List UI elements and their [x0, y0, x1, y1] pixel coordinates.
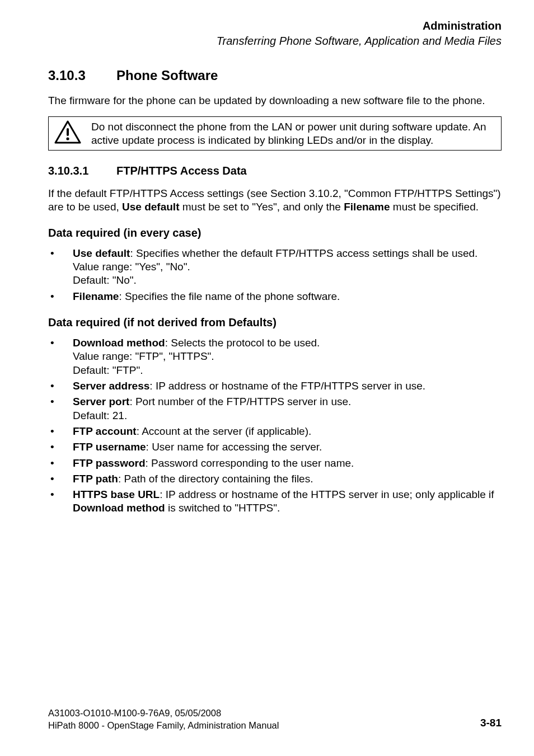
term: Server address	[73, 380, 149, 392]
desc: : User name for accessing the server.	[146, 441, 322, 453]
section-intro: The firmware for the phone can be update…	[48, 94, 502, 107]
term: FTP username	[73, 441, 146, 453]
list-item: FTP account: Account at the server (if a…	[48, 425, 502, 438]
list-item: HTTPS base URL: IP address or hostname o…	[48, 488, 502, 515]
list-item: Server port: Port number of the FTP/HTTP…	[48, 395, 502, 422]
extra: Value range: "FTP", "HTTPS".	[73, 350, 214, 362]
svg-point-2	[66, 137, 69, 140]
term: FTP account	[73, 425, 137, 437]
subsection-number: 3.10.3.1	[48, 164, 116, 178]
desc: : Account at the server (if applicable).	[137, 425, 312, 437]
block2-list: Download method: Selects the protocol to…	[48, 336, 502, 515]
footer-left: A31003-O1010-M100-9-76A9, 05/05/2008 HiP…	[48, 707, 279, 731]
section-title: Phone Software	[116, 68, 218, 83]
page-footer: A31003-O1010-M100-9-76A9, 05/05/2008 HiP…	[48, 707, 502, 731]
term: Use default	[73, 247, 130, 259]
desc: : IP address or hostname of the HTTPS se…	[160, 489, 494, 500]
extra: Default: "No".	[73, 274, 137, 286]
warning-icon	[54, 120, 81, 144]
term: Server port	[73, 396, 129, 407]
footer-line1: A31003-O1010-M100-9-76A9, 05/05/2008	[48, 708, 221, 718]
desc: : Port number of the FTP/HTTPS server in…	[129, 396, 351, 407]
term: FTP path	[73, 473, 118, 485]
desc: : Selects the protocol to be used.	[165, 337, 320, 349]
desc: is switched to "HTTPS".	[165, 502, 280, 514]
block1-heading: Data required (in every case)	[48, 226, 502, 240]
term: FTP password	[73, 457, 146, 469]
warning-text: Do not disconnect the phone from the LAN…	[91, 120, 495, 147]
para-bold: Filename	[344, 201, 390, 213]
page-number: 3-81	[480, 716, 502, 730]
header-category: Administration	[48, 19, 502, 33]
section-heading: 3.10.3Phone Software	[48, 67, 502, 84]
list-item: Use default: Specifies whether the defau…	[48, 247, 502, 288]
svg-rect-1	[67, 128, 69, 136]
list-item: Filename: Specifies the file name of the…	[48, 290, 502, 303]
block2-heading: Data required (if not derived from Defau…	[48, 316, 502, 330]
list-item: FTP username: User name for accessing th…	[48, 440, 502, 454]
document-page: Administration Transferring Phone Softwa…	[0, 0, 534, 756]
term: HTTPS base URL	[73, 489, 160, 500]
list-item: FTP path: Path of the directory containi…	[48, 472, 502, 486]
header-chapter-path: Transferring Phone Software, Application…	[48, 34, 502, 48]
subsection-heading: 3.10.3.1FTP/HTTPS Access Data	[48, 164, 502, 178]
desc: : Password corresponding to the user nam…	[146, 457, 354, 469]
subsection-title: FTP/HTTPS Access Data	[116, 165, 247, 177]
subsection-paragraph: If the default FTP/HTTPS Access settings…	[48, 187, 502, 214]
term: Filename	[73, 290, 119, 302]
desc: : IP address or hostname of the FTP/HTTP…	[149, 380, 425, 392]
desc: : Specifies whether the default FTP/HTTP…	[73, 247, 477, 273]
warning-box: Do not disconnect the phone from the LAN…	[48, 116, 502, 151]
block1-list: Use default: Specifies whether the defau…	[48, 247, 502, 303]
list-item: FTP password: Password corresponding to …	[48, 457, 502, 470]
para-text: must be set to "Yes", and only the	[179, 201, 344, 213]
section-number: 3.10.3	[48, 67, 116, 84]
list-item: Server address: IP address or hostname o…	[48, 379, 502, 393]
term: Download method	[73, 337, 165, 349]
desc: : Specifies the file name of the phone s…	[119, 290, 340, 302]
running-header: Administration Transferring Phone Softwa…	[48, 19, 502, 48]
term: Download method	[73, 502, 165, 514]
para-bold: Use default	[122, 201, 179, 213]
para-text: must be specified.	[390, 201, 479, 213]
desc: : Path of the directory containing the f…	[118, 473, 313, 485]
list-item: Download method: Selects the protocol to…	[48, 336, 502, 377]
extra: Default: 21.	[73, 410, 127, 421]
footer-line2: HiPath 8000 - OpenStage Family, Administ…	[48, 720, 279, 730]
extra: Default: "FTP".	[73, 364, 143, 376]
